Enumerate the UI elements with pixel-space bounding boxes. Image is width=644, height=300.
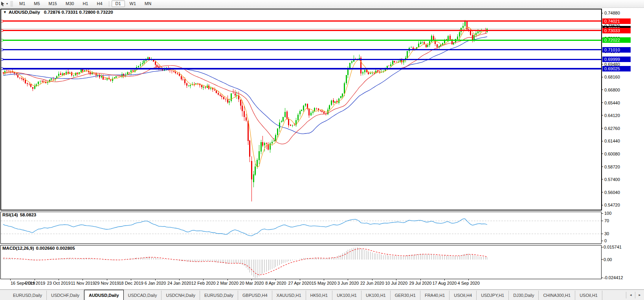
level-handle[interactable] [1,39,3,41]
macd-signal-line [3,249,487,275]
timeframe-button-h1[interactable]: H1 [79,0,92,7]
svg-text:12 Feb 2020: 12 Feb 2020 [191,281,216,285]
toolbar-grip-handle[interactable] [10,1,13,6]
chart-canvas[interactable]: 0.748800.735200.722000.708400.694800.681… [0,0,644,300]
svg-text:24 Jan 2020: 24 Jan 2020 [167,281,191,285]
svg-text:2 Mar 2020: 2 Mar 2020 [217,281,239,285]
svg-text:0.71010: 0.71010 [604,48,620,52]
level-handle[interactable] [1,49,3,51]
svg-text:0.68160: 0.68160 [604,75,620,79]
svg-text:0.74880: 0.74880 [604,11,620,15]
cursor-tool-icon [0,1,6,6]
timeframe-buttons-group: M1M5M15M30H1H4D1W1MN [15,0,156,7]
svg-text:0.015741: 0.015741 [604,245,622,249]
ma-fast-line [3,27,487,167]
svg-text:0.57400: 0.57400 [604,177,620,182]
level-handle[interactable] [1,59,3,60]
rsi-value: 58.0823 [20,212,37,217]
chart-tab-uk100-h1[interactable]: UK100,H1 [332,291,361,300]
tab-scroll-left-icon[interactable]: ◄ [626,292,635,298]
chart-tab-usdcnh-daily[interactable]: USDCNH,Daily [161,291,200,300]
rsi-panel-border[interactable] [1,212,602,244]
chart-tab-usdcad-daily[interactable]: USDCAD,Daily [124,291,162,300]
timeframe-button-m30[interactable]: M30 [62,0,78,7]
date-axis[interactable]: 16 Sep 20194 Oct 201923 Oct 201911 Nov 2… [11,279,480,286]
tab-scroll-right-icon[interactable]: ► [635,292,644,298]
chart-ohlc-values: 0.72876 0.73331 0.72800 0.73220 [44,10,113,15]
chart-tab-usdjpy-h1[interactable]: USDJPY,H1 [477,291,509,300]
level-handle[interactable] [1,68,3,70]
svg-text:30: 30 [604,231,609,236]
macd-histogram [3,247,487,278]
svg-text:0.62760: 0.62760 [604,126,620,131]
rsi-name: RSI(14) [2,212,18,217]
chart-tab-dj30-daily[interactable]: DJ30,Daily [509,291,539,300]
timeframe-button-h4[interactable]: H4 [93,0,106,7]
chart-tab-gbpusd-h4[interactable]: GBPUSD,H4 [238,291,272,300]
svg-text:0.58720: 0.58720 [604,165,620,169]
chart-tab-usoil-h1[interactable]: USOil,H1 [575,291,602,300]
rsi-line [3,219,487,236]
chevron-down-icon: ▾ [6,2,8,5]
chart-tab-usoil-h4[interactable]: USOil,H4 [450,291,477,300]
chart-tab-china300-h1[interactable]: CHINA300,H1 [539,291,575,300]
svg-text:0.66800: 0.66800 [604,88,620,92]
timeframe-button-d1[interactable]: D1 [112,0,125,7]
chart-tab-eurusd-daily[interactable]: EURUSD,Daily [9,291,47,300]
main-panel-border [1,9,602,210]
svg-text:27 Apr 2020: 27 Apr 2020 [288,281,312,285]
svg-text:8 Apr 2020: 8 Apr 2020 [265,281,286,285]
svg-text:0.64120: 0.64120 [604,113,620,118]
macd-name: MACD(12,26,9) [2,246,34,251]
svg-text:11 Nov 2019: 11 Nov 2019 [71,281,95,285]
collapse-triangle-icon[interactable]: ▼ [3,10,7,14]
svg-text:18 Dec 2019: 18 Dec 2019 [119,281,143,285]
macd-values: 0.002660 0.002805 [36,246,75,251]
cursor-tool-button[interactable]: ▾ [0,0,9,7]
svg-text:15 May 2020: 15 May 2020 [312,281,337,285]
svg-text:0.74021: 0.74021 [604,19,620,24]
chart-title: ▼AUDUSD,Daily0.72876 0.73331 0.72800 0.7… [3,10,113,15]
timeframe-button-w1[interactable]: W1 [126,0,140,7]
level-handle[interactable] [1,29,3,31]
svg-text:10 Jul 2020: 10 Jul 2020 [385,281,407,285]
toolbar-separator [109,1,109,7]
price-axis[interactable]: 0.748800.735200.722000.708400.694800.681… [602,11,631,280]
timeframe-button-m5[interactable]: M5 [30,0,44,7]
svg-text:70: 70 [604,218,609,223]
svg-text:0: 0 [604,238,607,243]
trading-terminal: ▾ M1M5M15M30H1H4D1W1MN ▼AUDUSD,Daily0.72… [0,0,644,300]
macd-panel-border[interactable] [1,245,602,279]
svg-text:0.54720: 0.54720 [604,203,620,207]
timeframe-button-m1[interactable]: M1 [15,0,29,7]
chart-tab-fra40-h1[interactable]: FRA40,H1 [420,291,450,300]
svg-text:20 Mar 2020: 20 Mar 2020 [240,281,264,285]
timeframe-button-mn[interactable]: MN [141,0,155,7]
macd-indicator-label: MACD(12,26,9)0.002660 0.002805 [2,246,75,251]
level-handle[interactable] [1,20,3,22]
svg-text:0.73033: 0.73033 [604,28,620,33]
chart-tab-audusd-daily[interactable]: AUDUSD,Daily [84,290,123,300]
chart-tab-hk50-h1[interactable]: HK50,H1 [306,291,333,300]
svg-text:23 Oct 2019: 23 Oct 2019 [47,281,71,285]
svg-text:0.61440: 0.61440 [604,139,620,143]
chart-tab-usdchf-daily[interactable]: USDCHF,Daily [47,291,84,300]
svg-text:0.60080: 0.60080 [604,152,620,156]
chart-tabs-bar: EURUSD,DailyUSDCHF,DailyAUDUSD,DailyUSDC… [0,289,644,300]
svg-text:-0.024412: -0.024412 [604,275,623,280]
svg-text:6 Jan 2020: 6 Jan 2020 [145,281,166,285]
tab-scroll-buttons: ◄► [626,290,644,300]
chart-tab-xauusd-h1[interactable]: XAUUSD,H1 [272,291,306,300]
chart-symbol-period: AUDUSD,Daily [9,10,40,15]
price-plot-area[interactable] [1,20,602,201]
timeframe-button-m15[interactable]: M15 [45,0,61,7]
svg-text:0.69025: 0.69025 [604,66,620,71]
chart-tab-ger30-h1[interactable]: GER30,H1 [391,291,420,300]
chart-tab-eurusd-daily[interactable]: EURUSD,Daily [200,291,238,300]
svg-text:3 Jun 2020: 3 Jun 2020 [338,281,359,285]
svg-text:4 Oct 2019: 4 Oct 2019 [24,281,45,285]
svg-text:100: 100 [604,211,611,216]
chart-tab-uk100-h1[interactable]: UK100,H1 [361,291,391,300]
svg-text:0.72022: 0.72022 [604,38,620,42]
svg-text:0.56040: 0.56040 [604,190,620,195]
